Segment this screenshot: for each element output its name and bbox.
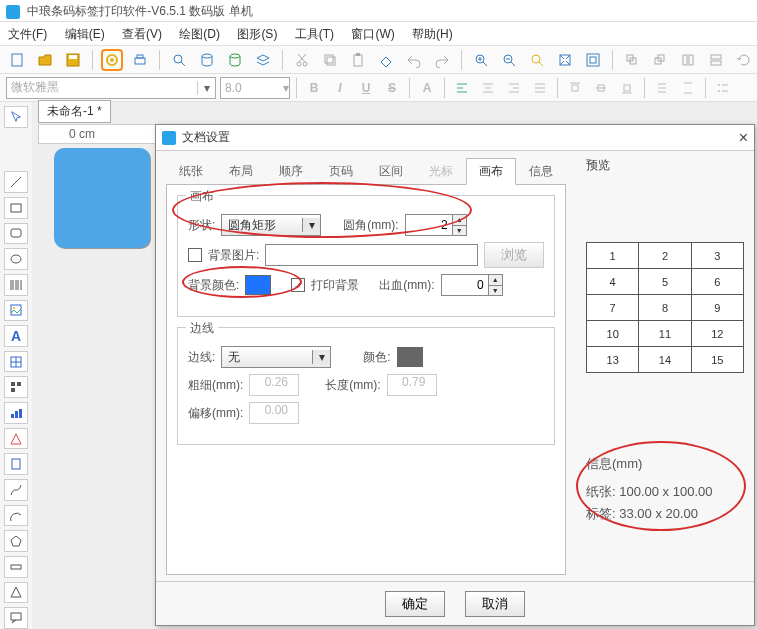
offset-input[interactable]: 0.00 xyxy=(249,402,299,424)
document-tab[interactable]: 未命名-1 * xyxy=(38,100,111,123)
underline-icon[interactable]: U xyxy=(355,77,377,99)
strike-icon[interactable]: S xyxy=(381,77,403,99)
align-right-icon[interactable] xyxy=(503,77,525,99)
menu-tool[interactable]: 工具(T) xyxy=(295,27,334,41)
menu-shape[interactable]: 图形(S) xyxy=(237,27,277,41)
qr-icon[interactable] xyxy=(4,376,28,398)
menu-window[interactable]: 窗口(W) xyxy=(351,27,394,41)
tab-pagenum[interactable]: 页码 xyxy=(316,158,366,185)
table-icon[interactable] xyxy=(4,351,28,373)
open-icon[interactable] xyxy=(34,49,56,71)
corner-spin[interactable]: ▲▼ xyxy=(405,214,467,236)
db2-icon[interactable] xyxy=(224,49,246,71)
valign-mid-icon[interactable] xyxy=(590,77,612,99)
fit-icon[interactable] xyxy=(582,49,604,71)
menu-edit[interactable]: 编辑(E) xyxy=(65,27,105,41)
align-left-icon[interactable] xyxy=(451,77,473,99)
menu-file[interactable]: 文件(F) xyxy=(8,27,47,41)
polygon-icon[interactable] xyxy=(4,530,28,552)
dialog-titlebar[interactable]: 文档设置 × xyxy=(156,125,754,151)
ok-button[interactable]: 确定 xyxy=(385,591,445,617)
font-combo[interactable]: 微软雅黑 ▾ xyxy=(6,77,216,99)
barcode-icon[interactable] xyxy=(4,274,28,296)
ruler-icon[interactable] xyxy=(4,556,28,578)
align4-icon[interactable] xyxy=(705,49,727,71)
tab-canvas[interactable]: 画布 xyxy=(466,158,516,185)
zoom-in-icon[interactable] xyxy=(470,49,492,71)
pointer-icon[interactable] xyxy=(4,106,28,128)
align3-icon[interactable] xyxy=(677,49,699,71)
menu-draw[interactable]: 绘图(D) xyxy=(179,27,220,41)
bgimg-input[interactable] xyxy=(265,244,478,266)
zoom-fit-icon[interactable] xyxy=(526,49,548,71)
shape-combo[interactable]: 圆角矩形▾ xyxy=(221,214,321,236)
rect-icon[interactable] xyxy=(4,197,28,219)
doc-settings-icon[interactable] xyxy=(101,49,123,71)
image-icon[interactable] xyxy=(4,300,28,322)
spacing2-icon[interactable] xyxy=(677,77,699,99)
triangle2-icon[interactable] xyxy=(4,582,28,604)
cut-icon[interactable] xyxy=(291,49,313,71)
menu-view[interactable]: 查看(V) xyxy=(122,27,162,41)
eraser-icon[interactable] xyxy=(375,49,397,71)
bgcolor-swatch[interactable] xyxy=(245,275,271,295)
curve-icon[interactable] xyxy=(4,479,28,501)
border-combo[interactable]: 无▾ xyxy=(221,346,331,368)
thick-input[interactable]: 0.26 xyxy=(249,374,299,396)
copy-icon[interactable] xyxy=(319,49,341,71)
italic-icon[interactable]: I xyxy=(329,77,351,99)
menu-help[interactable]: 帮助(H) xyxy=(412,27,453,41)
valign-bot-icon[interactable] xyxy=(616,77,638,99)
round-rect-icon[interactable] xyxy=(4,223,28,245)
spin-down-icon[interactable]: ▼ xyxy=(453,226,466,236)
callout-icon[interactable] xyxy=(4,607,28,629)
print-icon[interactable] xyxy=(129,49,151,71)
bleed-input[interactable] xyxy=(442,275,488,295)
printbg-check[interactable]: ✓ xyxy=(291,278,305,292)
valign-top-icon[interactable] xyxy=(564,77,586,99)
align-center-icon[interactable] xyxy=(477,77,499,99)
rotate-icon[interactable] xyxy=(733,49,755,71)
corner-input[interactable] xyxy=(406,215,452,235)
spin-down-icon[interactable]: ▼ xyxy=(489,286,502,296)
align2-icon[interactable] xyxy=(649,49,671,71)
fullscreen-icon[interactable] xyxy=(554,49,576,71)
chart-icon[interactable] xyxy=(4,402,28,424)
undo-icon[interactable] xyxy=(403,49,425,71)
canvas-shape[interactable] xyxy=(54,148,150,248)
cancel-button[interactable]: 取消 xyxy=(465,591,525,617)
tab-range[interactable]: 区间 xyxy=(366,158,416,185)
save-icon[interactable] xyxy=(62,49,84,71)
spin-up-icon[interactable]: ▲ xyxy=(489,275,502,286)
zoom-icon[interactable] xyxy=(168,49,190,71)
db-icon[interactable] xyxy=(196,49,218,71)
redo-icon[interactable] xyxy=(431,49,453,71)
bgimg-check[interactable] xyxy=(188,248,202,262)
line-icon[interactable] xyxy=(4,171,28,193)
spin-up-icon[interactable]: ▲ xyxy=(453,215,466,226)
tab-info[interactable]: 信息 xyxy=(516,158,566,185)
new-icon[interactable] xyxy=(6,49,28,71)
triangle-icon[interactable] xyxy=(4,428,28,450)
tab-cursor[interactable]: 光标 xyxy=(416,158,466,185)
tab-paper[interactable]: 纸张 xyxy=(166,158,216,185)
layers-icon[interactable] xyxy=(252,49,274,71)
arc-icon[interactable] xyxy=(4,505,28,527)
text-icon[interactable]: A xyxy=(4,325,28,347)
border-color-swatch[interactable] xyxy=(397,347,423,367)
spacing1-icon[interactable] xyxy=(651,77,673,99)
tab-order[interactable]: 顺序 xyxy=(266,158,316,185)
close-icon[interactable]: × xyxy=(739,129,748,147)
length-input[interactable]: 0.79 xyxy=(387,374,437,396)
bold-icon[interactable]: B xyxy=(303,77,325,99)
zoom-out-icon[interactable] xyxy=(498,49,520,71)
align1-icon[interactable] xyxy=(621,49,643,71)
browse-button[interactable]: 浏览 xyxy=(484,242,544,268)
paste-icon[interactable] xyxy=(347,49,369,71)
tab-layout[interactable]: 布局 xyxy=(216,158,266,185)
fontsize-combo[interactable]: 8.0 ▾ xyxy=(220,77,290,99)
ellipse-icon[interactable] xyxy=(4,248,28,270)
page-icon[interactable] xyxy=(4,453,28,475)
bleed-spin[interactable]: ▲▼ xyxy=(441,274,503,296)
fontcolor-icon[interactable]: A xyxy=(416,77,438,99)
